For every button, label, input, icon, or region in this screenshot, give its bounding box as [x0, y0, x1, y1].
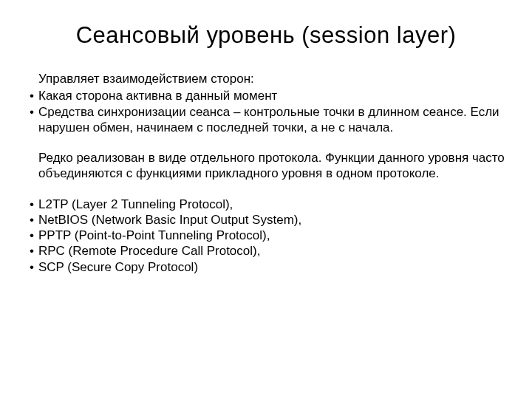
- bullet-list-1: Какая сторона активна в данный момент Ср…: [22, 88, 510, 135]
- list-item: NetBIOS (Network Basic Input Output Syst…: [22, 212, 510, 228]
- slide-content: Управляет взаимодействием сторон: Какая …: [22, 71, 510, 275]
- slide-title: Сеансовый уровень (session layer): [22, 22, 510, 49]
- list-item: Средства синхронизации сеанса – контроль…: [22, 104, 510, 136]
- protocol-list: L2TP (Layer 2 Tunneling Protocol), NetBI…: [22, 197, 510, 275]
- list-item: PPTP (Point-to-Point Tunneling Protocol)…: [22, 228, 510, 243]
- list-item: L2TP (Layer 2 Tunneling Protocol),: [22, 197, 510, 212]
- list-item: Какая сторона активна в данный момент: [22, 88, 510, 103]
- list-item: RPC (Remote Procedure Call Protocol),: [22, 243, 510, 259]
- intro-text: Управляет взаимодействием сторон:: [38, 71, 510, 86]
- paragraph-text: Редко реализован в виде отдельного прото…: [38, 150, 510, 182]
- list-item: SCP (Secure Copy Protocol): [22, 259, 510, 275]
